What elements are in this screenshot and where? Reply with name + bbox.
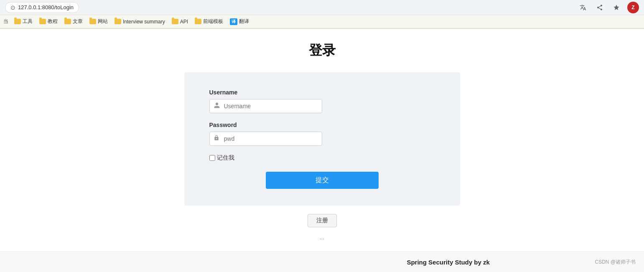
url-bar[interactable]: ⊙ 127.0.0.1:8080/toLogin	[5, 2, 79, 13]
username-input-wrapper	[209, 99, 435, 113]
globe-icon: ⊙	[10, 4, 15, 11]
password-form-group: Password	[209, 122, 435, 146]
address-bar: ⊙ 127.0.0.1:8080/toLogin Z	[0, 0, 644, 15]
password-label: Password	[209, 122, 435, 128]
bookmarks-bar: 当 工具 教程 文章 网站 Interview summary API 前端模板	[0, 15, 644, 28]
bookmark-label: API	[180, 19, 188, 25]
page-title: 登录	[309, 41, 336, 60]
person-icon	[214, 102, 220, 110]
bookmark-label: 工具	[23, 18, 33, 25]
bookmark-label: 翻译	[239, 18, 249, 25]
password-input-wrapper	[209, 132, 435, 146]
bookmark-website[interactable]: 网站	[87, 17, 110, 26]
remember-checkbox[interactable]	[209, 155, 215, 161]
folder-icon	[39, 19, 46, 24]
register-button[interactable]: 注册	[308, 214, 337, 227]
folder-icon	[115, 19, 121, 24]
page-wrapper: 登录 Username Password	[0, 29, 644, 272]
left-sidebar	[0, 29, 50, 272]
right-sidebar	[594, 29, 644, 272]
folder-icon	[64, 19, 71, 24]
username-form-group: Username	[209, 89, 435, 113]
bookmark-label: Interview summary	[123, 19, 165, 25]
bookmark-frontend-templates[interactable]: 前端模板	[192, 17, 226, 26]
bookmark-label: 前端模板	[203, 18, 223, 25]
footer-title: Spring Security Study by zk	[302, 259, 595, 266]
bookmark-label: 文章	[73, 18, 83, 25]
remember-label: 记住我	[217, 154, 234, 162]
password-input[interactable]	[209, 132, 322, 146]
folder-icon	[172, 19, 178, 24]
username-input[interactable]	[209, 99, 322, 113]
profile-icon-red[interactable]: Z	[627, 2, 639, 13]
bookmark-interview-summary[interactable]: Interview summary	[112, 18, 168, 25]
translate-badge-icon: 译	[230, 18, 237, 25]
bookmark-api[interactable]: API	[169, 18, 191, 25]
bookmark-tools[interactable]: 工具	[12, 17, 35, 26]
footer-brand: CSDN @诸师子书	[595, 259, 636, 266]
login-card: Username Password	[184, 72, 460, 206]
bookmark-translate[interactable]: 译 翻译	[227, 17, 252, 26]
bookmark-label: 教程	[48, 18, 58, 25]
username-label: Username	[209, 89, 435, 96]
translate-toolbar-icon[interactable]	[577, 2, 589, 13]
share-toolbar-icon[interactable]	[594, 2, 606, 13]
bookmark-label: 网站	[98, 18, 108, 25]
star-toolbar-icon[interactable]	[611, 2, 622, 13]
folder-icon	[89, 19, 96, 24]
lock-icon	[214, 135, 219, 143]
url-text: 127.0.0.1:8080/toLogin	[18, 4, 74, 10]
submit-button[interactable]: 提交	[266, 172, 379, 189]
browser-chrome: ⊙ 127.0.0.1:8080/toLogin Z 当 工具 教程	[0, 0, 644, 29]
main-content: 登录 Username Password	[50, 29, 594, 272]
browser-toolbar: Z	[577, 2, 639, 13]
folder-icon	[195, 19, 201, 24]
remember-me-row: 记住我	[209, 154, 435, 162]
folder-icon	[14, 19, 21, 24]
ellipsis-text: ...	[320, 234, 325, 241]
bookmarks-overflow: 当	[3, 18, 8, 25]
footer-card: Spring Security Study by zk CSDN @诸师子书	[0, 252, 644, 272]
bookmark-articles[interactable]: 文章	[62, 17, 85, 26]
bookmark-tutorials[interactable]: 教程	[37, 17, 60, 26]
